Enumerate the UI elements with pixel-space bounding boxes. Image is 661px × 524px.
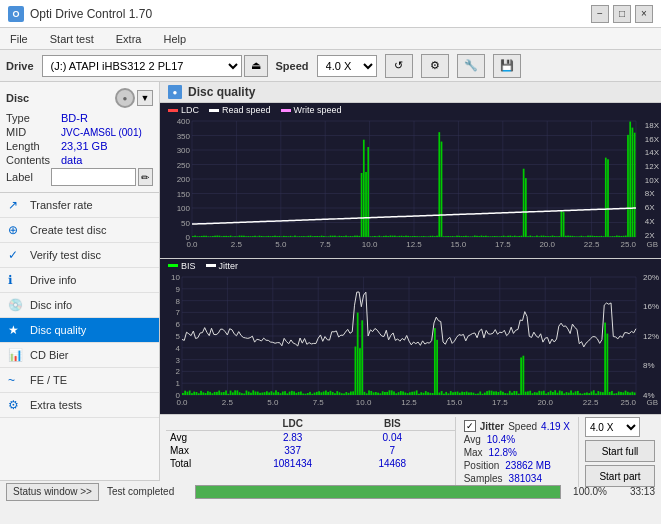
jitter-checkbox[interactable]: ✓ xyxy=(464,420,476,432)
y-axis-right-upper: 18X 16X 14X 12X 10X 8X 6X 4X 2X xyxy=(645,117,659,244)
lower-chart-legend: BIS Jitter xyxy=(168,261,238,271)
status-window-button[interactable]: Status window >> xyxy=(6,483,99,501)
cd-bier-label: CD Bier xyxy=(30,349,69,361)
stats-bar: LDC BIS Avg 2.83 0.04 Max xyxy=(160,414,661,489)
position-value: 23862 MB xyxy=(505,460,551,471)
charts-container: LDC Read speed Write speed 18X 16X xyxy=(160,103,661,414)
ldc-legend-dot xyxy=(168,109,178,112)
maximize-button[interactable]: □ xyxy=(613,5,631,23)
nav-items: ↗ Transfer rate ⊕ Create test disc ✓ Ver… xyxy=(0,193,159,480)
drive-select[interactable]: (J:) ATAPI iHBS312 2 PL17 xyxy=(42,55,242,77)
start-full-button[interactable]: Start full xyxy=(585,440,655,462)
transfer-rate-label: Transfer rate xyxy=(30,199,93,211)
avg-jitter-val: 10.4% xyxy=(487,434,515,445)
samples-value: 381034 xyxy=(509,473,542,484)
sidebar-item-extra-tests[interactable]: ⚙ Extra tests xyxy=(0,393,159,418)
minimize-button[interactable]: − xyxy=(591,5,609,23)
create-test-disc-label: Create test disc xyxy=(30,224,106,236)
disc-info-label: Disc info xyxy=(30,299,72,311)
lower-chart: BIS Jitter 20% 16% 12% 8% 4% xyxy=(160,259,661,415)
verify-test-disc-icon: ✓ xyxy=(8,248,24,262)
contents-label: Contents xyxy=(6,154,61,166)
toolbar-btn-3[interactable]: 🔧 xyxy=(457,54,485,78)
sidebar-item-verify-test-disc[interactable]: ✓ Verify test disc xyxy=(0,243,159,268)
label-label: Label xyxy=(6,171,51,183)
mid-label: MID xyxy=(6,126,61,138)
col-header-ldc: LDC xyxy=(236,417,349,431)
disc-label-edit-button[interactable]: ✏ xyxy=(138,168,153,186)
legend-ldc: LDC xyxy=(168,105,199,115)
main-layout: Disc ● ▼ Type BD-R MID JVC-AMS6L (001) L… xyxy=(0,82,661,480)
jitter-legend-dot xyxy=(206,264,216,267)
speed-select[interactable]: 4.0 X xyxy=(317,55,377,77)
disc-quality-header: ● Disc quality xyxy=(160,82,661,103)
type-label: Type xyxy=(6,112,61,124)
avg-ldc: 2.83 xyxy=(236,431,349,445)
sidebar-item-fe-te[interactable]: ~ FE / TE xyxy=(0,368,159,393)
close-button[interactable]: × xyxy=(635,5,653,23)
disc-panel: Disc ● ▼ Type BD-R MID JVC-AMS6L (001) L… xyxy=(0,82,159,193)
sidebar-item-transfer-rate[interactable]: ↗ Transfer rate xyxy=(0,193,159,218)
extra-tests-icon: ⚙ xyxy=(8,398,24,412)
disc-quality-label: Disc quality xyxy=(30,324,86,336)
sidebar-item-disc-info[interactable]: 💿 Disc info xyxy=(0,293,159,318)
disc-quality-icon: ★ xyxy=(8,323,24,337)
fe-te-icon: ~ xyxy=(8,373,24,387)
sidebar-item-create-test-disc[interactable]: ⊕ Create test disc xyxy=(0,218,159,243)
sidebar-item-drive-info[interactable]: ℹ Drive info xyxy=(0,268,159,293)
menu-file[interactable]: File xyxy=(4,31,34,47)
ldc-legend-label: LDC xyxy=(181,105,199,115)
total-empty xyxy=(435,457,454,470)
extra-tests-label: Extra tests xyxy=(30,399,82,411)
stats-row-total: Total 1081434 14468 xyxy=(166,457,455,470)
transfer-rate-icon: ↗ xyxy=(8,198,24,212)
drive-eject-button[interactable]: ⏏ xyxy=(244,55,268,77)
max-label: Max xyxy=(166,444,236,457)
mid-value: JVC-AMS6L (001) xyxy=(61,127,142,138)
total-bis: 14468 xyxy=(349,457,435,470)
disc-panel-button[interactable]: ▼ xyxy=(137,90,153,106)
legend-write-speed: Write speed xyxy=(281,105,342,115)
lower-chart-canvas xyxy=(160,259,661,413)
legend-bis: BIS xyxy=(168,261,196,271)
app-icon: O xyxy=(8,6,24,22)
max-jitter-label: Max xyxy=(464,447,483,458)
drive-info-icon: ℹ xyxy=(8,273,24,287)
cd-bier-icon: 📊 xyxy=(8,348,24,362)
menu-bar: File Start test Extra Help xyxy=(0,28,661,50)
sidebar-item-disc-quality[interactable]: ★ Disc quality xyxy=(0,318,159,343)
disc-label-input[interactable] xyxy=(51,168,136,186)
disc-info-icon: 💿 xyxy=(8,298,24,312)
disc-section-title: Disc xyxy=(6,92,29,104)
settings-button[interactable]: ⚙ xyxy=(421,54,449,78)
y-label-12pct: 12% xyxy=(643,332,659,341)
drive-bar: Drive (J:) ATAPI iHBS312 2 PL17 ⏏ Speed … xyxy=(0,50,661,82)
test-speed-select[interactable]: 4.0 X xyxy=(585,417,640,437)
verify-test-disc-label: Verify test disc xyxy=(30,249,101,261)
stats-table: LDC BIS Avg 2.83 0.04 Max xyxy=(166,417,455,487)
max-empty xyxy=(435,444,454,457)
disc-quality-header-icon: ● xyxy=(168,85,182,99)
disc-visual-icon: ● xyxy=(115,88,135,108)
menu-help[interactable]: Help xyxy=(157,31,192,47)
avg-jitter-row: Avg 10.4% xyxy=(464,434,570,445)
y-label-16pct: 16% xyxy=(643,302,659,311)
max-jitter-val: 12.8% xyxy=(489,447,517,458)
avg-empty xyxy=(435,431,454,445)
title-bar: O Opti Drive Control 1.70 − □ × xyxy=(0,0,661,28)
avg-bis: 0.04 xyxy=(349,431,435,445)
sidebar-item-cd-bier[interactable]: 📊 CD Bier xyxy=(0,343,159,368)
sidebar: Disc ● ▼ Type BD-R MID JVC-AMS6L (001) L… xyxy=(0,82,160,480)
y-label-2x: 2X xyxy=(645,231,659,240)
menu-extra[interactable]: Extra xyxy=(110,31,148,47)
length-value: 23,31 GB xyxy=(61,140,107,152)
max-ldc: 337 xyxy=(236,444,349,457)
read-speed-legend-label: Read speed xyxy=(222,105,271,115)
menu-start-test[interactable]: Start test xyxy=(44,31,100,47)
save-button[interactable]: 💾 xyxy=(493,54,521,78)
read-speed-legend-dot xyxy=(209,109,219,112)
start-part-button[interactable]: Start part xyxy=(585,465,655,487)
refresh-button[interactable]: ↺ xyxy=(385,54,413,78)
y-label-10x: 10X xyxy=(645,176,659,185)
max-jitter-row: Max 12.8% xyxy=(464,447,570,458)
